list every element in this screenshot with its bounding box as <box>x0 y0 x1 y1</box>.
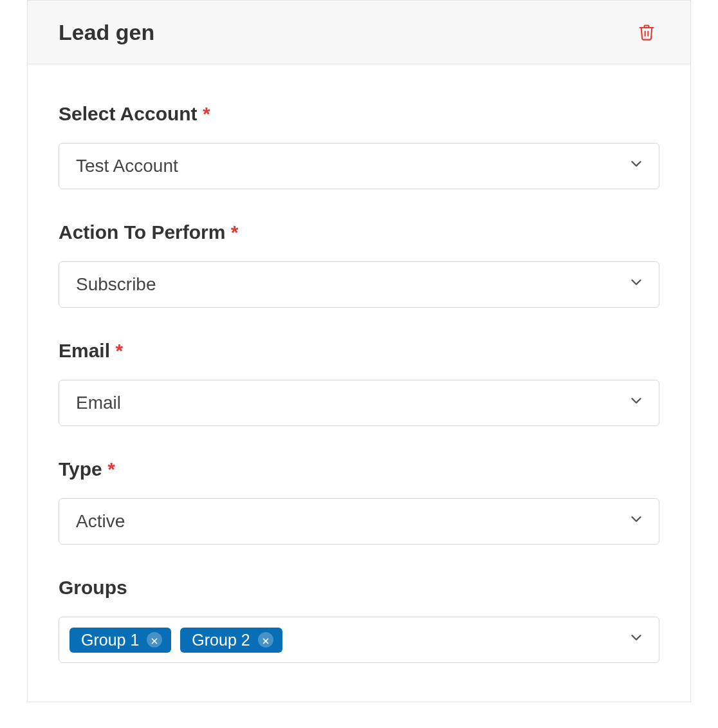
email-select[interactable]: Email <box>59 380 659 426</box>
tags-row: Group 1Group 2 <box>69 621 282 659</box>
remove-tag-button[interactable] <box>258 632 273 648</box>
chevron-down-icon <box>628 393 645 414</box>
account-select[interactable]: Test Account <box>59 143 659 189</box>
field-label-email: Email * <box>59 340 659 362</box>
field-groups: Groups Group 1Group 2 <box>59 577 659 663</box>
chevron-down-icon <box>628 274 645 295</box>
chevron-down-icon <box>628 156 645 177</box>
lead-gen-card: Lead gen Select Account * <box>27 0 691 702</box>
group-tag: Group 2 <box>180 628 282 653</box>
trash-icon <box>638 34 656 44</box>
label-text: Groups <box>59 577 127 598</box>
label-text: Email <box>59 340 110 361</box>
required-mark: * <box>115 340 123 361</box>
field-label-account: Select Account * <box>59 103 659 125</box>
card-title: Lead gen <box>59 20 154 45</box>
required-mark: * <box>203 103 210 124</box>
field-account: Select Account * Test Account <box>59 103 659 189</box>
action-select[interactable]: Subscribe <box>59 261 659 308</box>
remove-tag-button[interactable] <box>147 632 162 648</box>
select-value: Active <box>76 511 125 532</box>
field-action: Action To Perform * Subscribe <box>59 221 659 308</box>
groups-select[interactable]: Group 1Group 2 <box>59 617 659 663</box>
card-header: Lead gen <box>28 1 690 64</box>
label-text: Action To Perform <box>59 221 225 243</box>
label-text: Select Account <box>59 103 198 124</box>
field-label-action: Action To Perform * <box>59 221 659 243</box>
chevron-down-icon <box>628 630 645 651</box>
tag-label: Group 1 <box>81 632 139 648</box>
required-mark: * <box>107 458 115 480</box>
label-text: Type <box>59 458 102 480</box>
field-label-groups: Groups <box>59 577 659 599</box>
select-value: Email <box>76 393 121 413</box>
close-icon <box>150 632 159 648</box>
tag-label: Group 2 <box>192 632 250 648</box>
chevron-down-icon <box>628 511 645 532</box>
close-icon <box>261 632 270 648</box>
card-body: Select Account * Test Account Action To … <box>28 64 690 702</box>
field-email: Email * Email <box>59 340 659 426</box>
group-tag: Group 1 <box>69 628 171 653</box>
field-type: Type * Active <box>59 458 659 545</box>
select-value: Test Account <box>76 156 178 176</box>
type-select[interactable]: Active <box>59 498 659 545</box>
select-value: Subscribe <box>76 274 156 295</box>
field-label-type: Type * <box>59 458 659 480</box>
delete-button[interactable] <box>634 19 659 46</box>
required-mark: * <box>231 221 239 243</box>
